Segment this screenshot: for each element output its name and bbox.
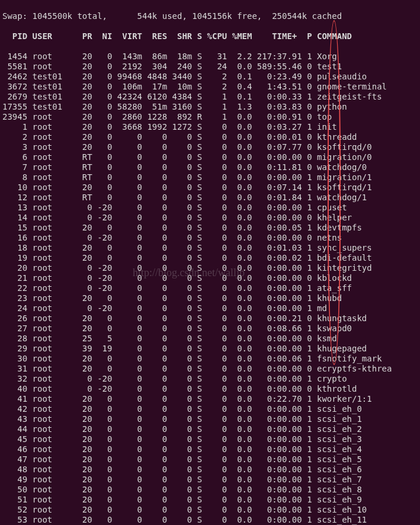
process-row: 15 root 20 0 0 0 0 S 0 0.0 0:00.05 1 kde… — [2, 223, 418, 233]
process-row: 5581 root 20 0 2192 304 240 S 24 0.0 589… — [2, 62, 418, 72]
process-row: 23 root 20 0 0 0 0 S 0 0.0 0:00.00 1 khu… — [2, 293, 418, 303]
process-row: 3 root 20 0 0 0 0 S 0 0.0 0:07.77 0 ksof… — [2, 142, 418, 152]
swap-line: Swap: 1045500k total, 544k used, 1045156… — [2, 11, 418, 21]
process-row: 2679 test01 20 0 42324 6120 4384 S 1 0.1… — [2, 92, 418, 102]
process-row: 20 root 0 -20 0 0 0 S 0 0.0 0:00.00 1 ki… — [2, 263, 418, 273]
process-row: 3672 test01 20 0 106m 17m 10m S 2 0.4 1:… — [2, 82, 418, 92]
process-row: 21 root 0 -20 0 0 0 S 0 0.0 0:00.00 0 kb… — [2, 273, 418, 283]
process-row: 50 root 20 0 0 0 0 S 0 0.0 0:00.00 1 scs… — [2, 485, 418, 495]
process-row: 10 root 20 0 0 0 0 S 0 0.0 0:07.14 1 kso… — [2, 183, 418, 193]
process-row: 12 root RT 0 0 0 0 S 0 0.0 0:01.84 1 wat… — [2, 193, 418, 203]
process-row: 2 root 20 0 0 0 0 S 0 0.0 0:00.01 0 kthr… — [2, 132, 418, 142]
process-row: 24 root 0 -20 0 0 0 S 0 0.0 0:00.00 1 md — [2, 303, 418, 313]
process-row: 13 root 0 -20 0 0 0 S 0 0.0 0:00.00 1 cp… — [2, 203, 418, 213]
process-row: 46 root 20 0 0 0 0 S 0 0.0 0:00.00 1 scs… — [2, 444, 418, 454]
process-row: 1454 root 20 0 143m 86m 18m S 31 2.2 217… — [2, 52, 418, 62]
process-row: 47 root 20 0 0 0 0 S 0 0.0 0:00.00 1 scs… — [2, 454, 418, 465]
process-row: 19 root 20 0 0 0 0 S 0 0.0 0:00.02 1 bdi… — [2, 253, 418, 263]
process-row: 2462 test01 20 0 99468 4848 3440 S 2 0.1… — [2, 72, 418, 82]
process-table-header: PID USER PR NI VIRT RES SHR S %CPU %MEM … — [2, 31, 418, 41]
process-row: 29 root 39 19 0 0 0 S 0 0.0 0:00.00 1 kh… — [2, 344, 418, 354]
process-row: 30 root 20 0 0 0 0 S 0 0.0 0:00.06 1 fsn… — [2, 354, 418, 364]
process-row: 31 root 20 0 0 0 0 S 0 0.0 0:00.00 0 ecr… — [2, 364, 418, 374]
process-row: 26 root 20 0 0 0 0 S 0 0.0 0:00.21 0 khu… — [2, 313, 418, 324]
process-row: 48 root 20 0 0 0 0 S 0 0.0 0:00.00 1 scs… — [2, 465, 418, 475]
process-row: 6 root RT 0 0 0 0 S 0 0.0 0:00.00 0 migr… — [2, 152, 418, 162]
process-row: 18 root 20 0 0 0 0 S 0 0.0 0:01.03 1 syn… — [2, 243, 418, 253]
process-row: 8 root RT 0 0 0 0 S 0 0.0 0:00.00 1 migr… — [2, 172, 418, 183]
process-row: 45 root 20 0 0 0 0 S 0 0.0 0:00.00 1 scs… — [2, 434, 418, 444]
process-row: 53 root 20 0 0 0 0 S 0 0.0 0:00.00 1 scs… — [2, 515, 418, 525]
process-row: 14 root 0 -20 0 0 0 S 0 0.0 0:00.00 0 kh… — [2, 213, 418, 223]
process-row: 51 root 20 0 0 0 0 S 0 0.0 0:00.00 1 scs… — [2, 495, 418, 505]
process-row: 23945 root 20 0 2860 1228 892 R 1 0.0 0:… — [2, 112, 418, 122]
terminal-output[interactable]: Swap: 1045500k total, 544k used, 1045156… — [0, 0, 420, 525]
process-row: 41 root 20 0 0 0 0 S 0 0.0 0:22.70 1 kwo… — [2, 394, 418, 404]
process-row: 52 root 20 0 0 0 0 S 0 0.0 0:00.00 1 scs… — [2, 505, 418, 515]
process-row: 42 root 20 0 0 0 0 S 0 0.0 0:00.00 1 scs… — [2, 404, 418, 414]
process-row: 17355 test01 20 0 58280 51m 3160 S 1 1.3… — [2, 102, 418, 112]
process-row: 49 root 20 0 0 0 0 S 0 0.0 0:00.00 1 scs… — [2, 475, 418, 485]
process-row: 44 root 20 0 0 0 0 S 0 0.0 0:00.00 1 scs… — [2, 424, 418, 434]
process-row: 7 root RT 0 0 0 0 S 0 0.0 0:11.81 0 watc… — [2, 162, 418, 172]
process-row: 32 root 0 -20 0 0 0 S 0 0.0 0:00.00 1 cr… — [2, 374, 418, 384]
process-row: 1 root 20 0 3668 1992 1272 S 0 0.0 0:03.… — [2, 122, 418, 132]
process-table-body: 1454 root 20 0 143m 86m 18m S 31 2.2 217… — [2, 52, 418, 525]
process-row: 22 root 0 -20 0 0 0 S 0 0.0 0:00.00 1 at… — [2, 283, 418, 293]
process-row: 27 root 20 0 0 0 0 S 0 0.0 0:08.66 1 ksw… — [2, 324, 418, 334]
process-row: 28 root 25 5 0 0 0 S 0 0.0 0:00.00 0 ksm… — [2, 334, 418, 344]
process-row: 43 root 20 0 0 0 0 S 0 0.0 0:00.00 1 scs… — [2, 414, 418, 424]
process-row: 40 root 0 -20 0 0 0 S 0 0.0 0:00.00 0 kt… — [2, 384, 418, 394]
process-row: 16 root 0 -20 0 0 0 S 0 0.0 0:00.00 0 ne… — [2, 233, 418, 243]
